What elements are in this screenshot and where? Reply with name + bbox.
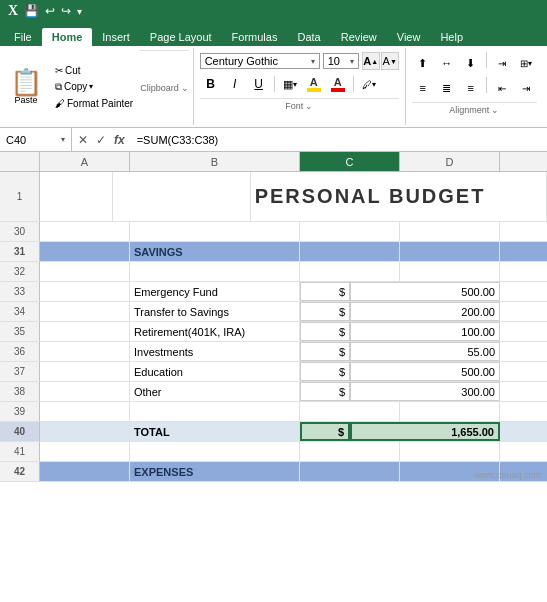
cell-b32[interactable]	[130, 262, 300, 281]
tab-file[interactable]: File	[4, 28, 42, 46]
cell-b35[interactable]: Retirement(401K, IRA)	[130, 322, 300, 341]
align-center-button[interactable]: ≣	[436, 77, 458, 99]
cell-b1[interactable]	[113, 172, 250, 221]
align-bottom-button[interactable]: ⬇	[460, 52, 482, 74]
cell-reference-box[interactable]: C40 ▾	[0, 128, 72, 151]
cell-d37[interactable]: 500.00	[350, 362, 500, 381]
cell-a31[interactable]	[40, 242, 130, 261]
cell-c32[interactable]	[300, 262, 400, 281]
wrap-text-button[interactable]: ⇥	[491, 52, 513, 74]
cell-a39[interactable]	[40, 402, 130, 421]
cell-a35[interactable]	[40, 322, 130, 341]
cell-d34[interactable]: 200.00	[350, 302, 500, 321]
copy-button[interactable]: ⧉ Copy ▾	[52, 79, 136, 95]
increase-indent-button[interactable]: ⇥	[515, 77, 537, 99]
tab-insert[interactable]: Insert	[92, 28, 140, 46]
row-number[interactable]: 34	[0, 302, 40, 321]
bold-button[interactable]: B	[200, 73, 222, 95]
borders-button[interactable]: ▦▾	[279, 73, 301, 95]
insert-function-button[interactable]: fx	[112, 133, 127, 147]
cell-d32[interactable]	[400, 262, 500, 281]
tab-page-layout[interactable]: Page Layout	[140, 28, 222, 46]
fill-color-button[interactable]: A	[303, 73, 325, 95]
cell-d35[interactable]: 100.00	[350, 322, 500, 341]
formula-confirm-button[interactable]: ✓	[94, 133, 108, 147]
italic-button[interactable]: I	[224, 73, 246, 95]
formula-cancel-button[interactable]: ✕	[76, 133, 90, 147]
row-number[interactable]: 36	[0, 342, 40, 361]
col-header-a[interactable]: A	[40, 152, 130, 171]
underline-button[interactable]: U	[248, 73, 270, 95]
cell-a30[interactable]	[40, 222, 130, 241]
cell-d31[interactable]	[400, 242, 500, 261]
decrease-indent-button[interactable]: ⇤	[491, 77, 513, 99]
cell-d30[interactable]	[400, 222, 500, 241]
cell-a40[interactable]	[40, 422, 130, 441]
cell-d41[interactable]	[400, 442, 500, 461]
cell-c38[interactable]: $	[300, 382, 350, 401]
cell-c40[interactable]: $	[300, 422, 350, 441]
tab-review[interactable]: Review	[331, 28, 387, 46]
row-number[interactable]: 38	[0, 382, 40, 401]
row-number[interactable]: 33	[0, 282, 40, 301]
tab-formulas[interactable]: Formulas	[222, 28, 288, 46]
merge-center-button[interactable]: ⊞▾	[515, 52, 537, 74]
cell-b40[interactable]: TOTAL	[130, 422, 300, 441]
undo-icon[interactable]: ↩	[45, 4, 55, 18]
cell-c36[interactable]: $	[300, 342, 350, 361]
row-number[interactable]: 32	[0, 262, 40, 281]
cell-c31[interactable]	[300, 242, 400, 261]
cell-a37[interactable]	[40, 362, 130, 381]
align-middle-button[interactable]: ↔	[436, 52, 458, 74]
cell-b31[interactable]: SAVINGS	[130, 242, 300, 261]
cell-a1[interactable]	[40, 172, 113, 221]
tab-view[interactable]: View	[387, 28, 431, 46]
decrease-font-size-button[interactable]: A▼	[381, 52, 399, 70]
cell-d39[interactable]: ➔	[400, 402, 500, 421]
cell-b36[interactable]: Investments	[130, 342, 300, 361]
cell-c39[interactable]	[300, 402, 400, 421]
cell-b30[interactable]	[130, 222, 300, 241]
align-top-button[interactable]: ⬆	[412, 52, 434, 74]
cell-d38[interactable]: 300.00	[350, 382, 500, 401]
cut-button[interactable]: ✂ Cut	[52, 63, 136, 78]
cell-c35[interactable]: $	[300, 322, 350, 341]
row-number[interactable]: 39	[0, 402, 40, 421]
cell-c34[interactable]: $	[300, 302, 350, 321]
cell-a38[interactable]	[40, 382, 130, 401]
row-number[interactable]: 37	[0, 362, 40, 381]
col-header-c[interactable]: C	[300, 152, 400, 171]
row-number[interactable]: 41	[0, 442, 40, 461]
cell-c37[interactable]: $	[300, 362, 350, 381]
cell-b39[interactable]	[130, 402, 300, 421]
align-right-button[interactable]: ≡	[460, 77, 482, 99]
alignment-expand-icon[interactable]: ⌄	[491, 105, 499, 115]
customize-icon[interactable]: ▾	[77, 6, 82, 17]
tab-data[interactable]: Data	[287, 28, 330, 46]
cell-a41[interactable]	[40, 442, 130, 461]
cell-d40[interactable]: 1,655.00	[350, 422, 500, 441]
row-number[interactable]: 35	[0, 322, 40, 341]
cell-b33[interactable]: Emergency Fund	[130, 282, 300, 301]
cell-c41[interactable]	[300, 442, 400, 461]
formula-input[interactable]: =SUM(C33:C38)	[131, 128, 547, 151]
cell-b41[interactable]	[130, 442, 300, 461]
format-painter-button[interactable]: 🖌 Format Painter	[52, 96, 136, 111]
align-left-button[interactable]: ≡	[412, 77, 434, 99]
cell-c33[interactable]: $	[300, 282, 350, 301]
col-header-d[interactable]: D	[400, 152, 500, 171]
cell-c42[interactable]	[300, 462, 400, 481]
cell-a34[interactable]	[40, 302, 130, 321]
cell-ref-dropdown-icon[interactable]: ▾	[61, 135, 65, 144]
cell-d36[interactable]: 55.00	[350, 342, 500, 361]
row-number[interactable]: 1	[0, 172, 40, 221]
cell-a36[interactable]	[40, 342, 130, 361]
row-number[interactable]: 40	[0, 422, 40, 441]
col-header-b[interactable]: B	[130, 152, 300, 171]
cell-a33[interactable]	[40, 282, 130, 301]
cell-a32[interactable]	[40, 262, 130, 281]
redo-icon[interactable]: ↪	[61, 4, 71, 18]
tab-help[interactable]: Help	[430, 28, 473, 46]
row-number[interactable]: 31	[0, 242, 40, 261]
cell-c30[interactable]	[300, 222, 400, 241]
